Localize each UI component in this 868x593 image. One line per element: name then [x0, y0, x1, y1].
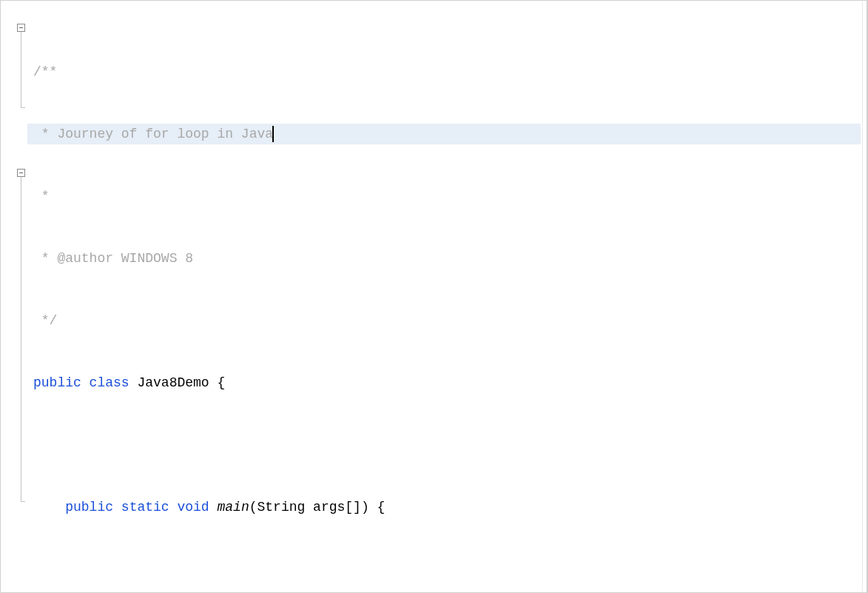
active-line[interactable]: * Journey of for loop in Java: [27, 124, 861, 144]
javadoc-author: * @author WINDOWS 8: [33, 248, 193, 269]
fold-toggle-comment[interactable]: [17, 24, 25, 32]
kw-void: void: [177, 497, 209, 517]
code-editor[interactable]: /** * Journey of for loop in Java * * @a…: [1, 1, 867, 592]
indent-1: [33, 497, 65, 517]
code-content[interactable]: /** * Journey of for loop in Java * * @a…: [27, 1, 867, 592]
fold-end-comment: [21, 107, 25, 108]
kw-class: class: [81, 372, 138, 393]
method-main: main: [209, 497, 249, 517]
fold-line-comment: [21, 32, 21, 107]
javadoc-desc: * Journey of for loop in Java: [33, 124, 273, 144]
javadoc-open: /**: [33, 61, 57, 82]
javadoc-star: *: [33, 186, 50, 207]
fold-gutter: [1, 1, 27, 592]
class-name: Java8Demo {: [137, 372, 225, 393]
main-params: (String args[]) {: [249, 497, 386, 517]
kw-static: static: [113, 497, 177, 517]
scrollbar-vertical[interactable]: [862, 1, 866, 592]
kw-public-2: public: [65, 497, 113, 517]
javadoc-close: */: [33, 310, 57, 331]
fold-line-method: [21, 177, 21, 501]
fold-end-method: [21, 501, 25, 502]
text-cursor: [272, 126, 274, 142]
fold-toggle-method[interactable]: [17, 169, 25, 177]
kw-public-1: public: [33, 372, 81, 393]
